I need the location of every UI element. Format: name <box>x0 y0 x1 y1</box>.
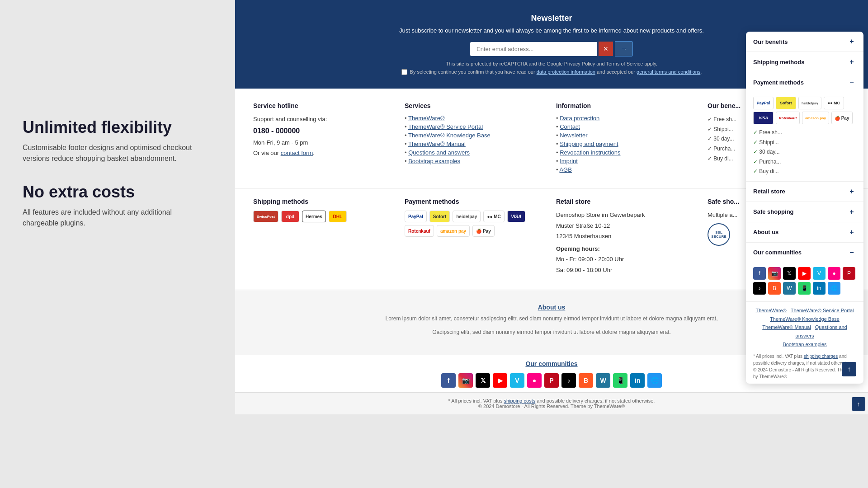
panel-shipping-section: Shipping methods + <box>746 52 863 72</box>
panel-benefits-list: Free sh... Shippi... 30 day... Purcha...… <box>753 128 856 177</box>
panel-x[interactable]: 𝕏 <box>783 267 796 280</box>
panel-vimeo[interactable]: V <box>813 267 826 280</box>
panel-amazon: amazon pay <box>802 112 829 124</box>
instagram-icon[interactable]: 📷 <box>458 373 473 388</box>
x-twitter-icon[interactable]: 𝕏 <box>476 373 490 388</box>
newsletter-submit-button[interactable]: → <box>615 41 633 56</box>
heading-unlimited-flexibility: Unlimited flexibility <box>23 117 208 137</box>
panel-link-knowledge[interactable]: ThemeWare® Knowledge Base <box>770 316 840 322</box>
list-item: Data protection <box>556 115 698 122</box>
newsletter-email-input[interactable] <box>470 42 597 56</box>
retail-title: Retail store <box>556 198 698 205</box>
hermes-logo: Hermes <box>302 211 326 222</box>
panel-link-service-portal[interactable]: ThemeWare® Service Portal <box>791 308 854 313</box>
footer-col-information: Information Data protection Contact News… <box>556 102 698 175</box>
footer-col-shipping: Shipping methods SwissPost dpd Hermes DH… <box>253 198 396 276</box>
list-item: Contact <box>556 123 698 130</box>
panel-blogger[interactable]: B <box>768 282 781 295</box>
data-protection-link[interactable]: data protection information <box>537 69 595 75</box>
flickr-icon[interactable]: ● <box>527 373 542 388</box>
wordpress-icon[interactable]: W <box>596 373 610 388</box>
about-link[interactable]: About us <box>538 304 566 311</box>
panel-apple: 🍎 Pay <box>831 112 853 124</box>
pinterest-icon[interactable]: P <box>544 373 559 388</box>
panel-benefits-header[interactable]: Our benefits + <box>746 32 863 52</box>
panel-shipping-label: Shipping methods <box>753 59 804 66</box>
heading-no-extra-costs: No extra costs <box>23 182 208 202</box>
newsletter-title: Newsletter <box>244 14 859 23</box>
panel-flickr[interactable]: ● <box>828 267 840 280</box>
footer-delivery-text: and possible delivery charges, if not st… <box>537 398 655 404</box>
panel-instagram[interactable]: 📷 <box>768 267 781 280</box>
service-support: Support and counselling via: <box>253 115 396 124</box>
panel-payment-header[interactable]: Payment methods − <box>746 72 863 92</box>
applepay-logo: 🍎 Pay <box>472 225 495 237</box>
list-item: ThemeWare® Service Portal <box>405 123 547 130</box>
list-item: Questions and answers <box>405 149 547 156</box>
contact-form-link[interactable]: contact form <box>281 150 313 156</box>
panel-shipping-header[interactable]: Shipping methods + <box>746 52 863 72</box>
sofort-logo: Sofort <box>429 211 450 222</box>
panel-whatsapp[interactable]: 📱 <box>798 282 811 295</box>
newsletter-clear-button[interactable]: ✕ <box>599 42 613 56</box>
panel-linkedin[interactable]: in <box>813 282 826 295</box>
panel-website[interactable]: 🌐 <box>828 282 840 295</box>
about-text2: Gadipscing elitr, sed diam nonumy eirmod… <box>348 328 755 336</box>
website-icon[interactable]: 🌐 <box>647 373 662 388</box>
overlay-panel: Our benefits + Shipping methods + Paymen… <box>746 32 863 384</box>
plus-icon: + <box>847 37 856 46</box>
panel-communities-label: Our communities <box>753 249 802 256</box>
panel-communities-header[interactable]: Our communities − <box>746 243 863 263</box>
panel-link-bootstrap[interactable]: Bootstrap examples <box>783 342 826 347</box>
panel-heidel: heidelpay <box>798 97 821 109</box>
blogger-icon[interactable]: B <box>579 373 593 388</box>
facebook-icon[interactable]: f <box>441 373 456 388</box>
scroll-to-top-button[interactable]: ↑ <box>852 397 865 411</box>
tiktok-icon[interactable]: ♪ <box>561 373 576 388</box>
shipping-title: Shipping methods <box>253 198 396 205</box>
benefit-row: Buy di... <box>753 167 856 177</box>
footer-final: * All prices incl. VAT plus shipping cos… <box>235 392 868 414</box>
newsletter-checkbox[interactable] <box>401 69 407 75</box>
amazonpay-logo: amazon pay <box>437 225 470 237</box>
services-title: Services <box>405 102 547 109</box>
shipping-costs-link[interactable]: shipping costs <box>504 398 536 404</box>
linkedin-icon[interactable]: in <box>630 373 645 388</box>
footer-col-service: Service hotline Support and counselling … <box>253 102 396 175</box>
services-list: ThemeWare® ThemeWare® Service Portal The… <box>405 115 547 164</box>
retail-name: Demoshop Store im Gewerbepark <box>556 211 698 220</box>
panel-link-themeware[interactable]: ThemeWare® <box>756 308 787 313</box>
plus-icon-retail: + <box>847 187 856 196</box>
panel-about-header[interactable]: About us + <box>746 222 863 242</box>
panel-retail-header[interactable]: Retail store + <box>746 182 863 202</box>
list-item: Bootstrap examples <box>405 158 547 164</box>
general-terms-link[interactable]: general terms and conditions <box>637 69 700 75</box>
panel-pinterest[interactable]: P <box>843 267 855 280</box>
panel-payment-content: PayPal Sofort heidelpay ●● MC VISA Roten… <box>746 92 863 181</box>
dpd-logo: dpd <box>281 211 299 222</box>
service-contact: Or via our contact form. <box>253 149 396 158</box>
panel-wordpress[interactable]: W <box>783 282 796 295</box>
youtube-icon[interactable]: ▶ <box>493 373 507 388</box>
panel-shipping-link[interactable]: shipping charges <box>804 354 838 359</box>
panel-youtube[interactable]: ▶ <box>798 267 811 280</box>
vimeo-icon[interactable]: V <box>510 373 524 388</box>
panel-facebook[interactable]: f <box>753 267 766 280</box>
service-hours: Mon-Fri, 9 am - 5 pm <box>253 138 396 147</box>
panel-link-manual[interactable]: ThemeWare® Manual <box>762 324 811 330</box>
whatsapp-icon[interactable]: 📱 <box>613 373 627 388</box>
retail-hours2: Sa: 09:00 - 18:00 Uhr <box>556 266 698 275</box>
panel-about-section: About us + <box>746 222 863 243</box>
panel-scroll-top-button[interactable]: ↑ <box>842 362 856 376</box>
service-title: Service hotline <box>253 102 396 109</box>
list-item: Shipping and payment <box>556 141 698 147</box>
panel-payment-section: Payment methods − PayPal Sofort heidelpa… <box>746 72 863 182</box>
ssl-badge: SSLSECURE <box>708 223 730 246</box>
communities-link[interactable]: Our communities <box>525 360 577 367</box>
panel-communities-section: Our communities − f 📷 𝕏 ▶ V ● P ♪ B W 📱 … <box>746 243 863 302</box>
list-item: Revocation instructions <box>556 149 698 156</box>
mastercard-logo: ●● MC <box>483 211 504 222</box>
panel-tiktok[interactable]: ♪ <box>753 282 766 295</box>
panel-safe-header[interactable]: Safe shopping + <box>746 202 863 222</box>
list-item: AGB <box>556 166 698 173</box>
